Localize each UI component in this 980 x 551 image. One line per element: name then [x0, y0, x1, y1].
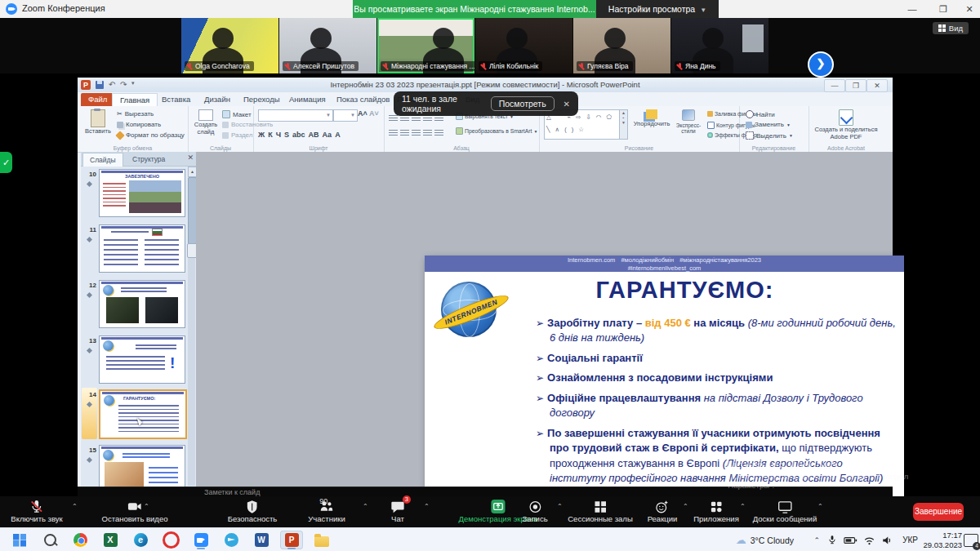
find-button[interactable]: Найти	[746, 110, 775, 118]
notification-center-icon[interactable]: 4	[964, 534, 978, 547]
view-settings-button[interactable]: Настройки просмотра▼	[596, 0, 719, 18]
tray-wifi-icon[interactable]	[863, 528, 875, 551]
ppt-minimize-button[interactable]: —	[824, 79, 845, 92]
chevron-up-icon[interactable]: ⌃	[683, 503, 688, 510]
toolbar-apps-button[interactable]: Приложения	[693, 499, 739, 523]
chevron-up-icon[interactable]: ⌃	[144, 503, 149, 510]
justify-icon[interactable]	[423, 130, 432, 137]
taskbar-chrome-icon[interactable]	[69, 531, 91, 549]
ppt-close-button[interactable]: ✕	[866, 79, 888, 92]
copy-button[interactable]: Копировать	[117, 121, 161, 128]
clock[interactable]: 17:17 29.03.2023	[913, 531, 962, 549]
font-format-icon[interactable]: А	[335, 131, 341, 139]
arrange-button[interactable]: Упорядочить	[632, 109, 671, 128]
taskbar-search-icon[interactable]	[38, 531, 61, 549]
participant-tile[interactable]: Olga Goncharova	[181, 18, 278, 73]
participant-tile[interactable]: Яна Динь	[671, 18, 768, 73]
font-format-icon[interactable]: Ж	[258, 131, 265, 139]
notification-view-button[interactable]: Посмотреть	[491, 96, 555, 111]
chevron-up-icon[interactable]: ⌃	[740, 503, 746, 510]
taskbar-powerpoint-icon[interactable]: P	[280, 531, 303, 549]
toolbar-chat-button[interactable]: 3Чат	[390, 499, 405, 523]
tab-Вставка[interactable]: Вставка	[154, 93, 198, 106]
font-format-icon[interactable]: Ч	[276, 131, 281, 139]
taskbar-zoom-icon[interactable]	[189, 531, 212, 549]
replace-button[interactable]: Заменить▼	[746, 121, 791, 128]
view-layout-button[interactable]: Вид	[933, 22, 969, 34]
taskbar-telegram-icon[interactable]	[220, 531, 243, 549]
slide-thumbnail[interactable]	[99, 280, 185, 328]
notification-close-icon[interactable]: ✕	[564, 100, 570, 109]
font-format-icon[interactable]: S	[284, 131, 289, 139]
align-left-icon[interactable]	[389, 130, 398, 137]
weather-widget[interactable]: ☁ 3°C Cloudy	[736, 528, 794, 551]
taskbar-excel-icon[interactable]: X	[99, 531, 122, 549]
bullets-icon[interactable]	[389, 115, 398, 122]
ppt-restore-button[interactable]: ❐	[845, 79, 866, 92]
taskbar-word-icon[interactable]: W	[250, 531, 273, 549]
section-button[interactable]: Раздел	[222, 131, 252, 139]
minimize-button[interactable]: —	[900, 2, 924, 16]
numbering-icon[interactable]	[400, 115, 409, 122]
slides-scrollbar[interactable]: ▲	[188, 167, 195, 486]
slide-thumbnail[interactable]	[99, 445, 185, 487]
font-format-icon[interactable]: Аа	[323, 131, 332, 139]
chevron-up-icon[interactable]: ⌃	[817, 503, 823, 510]
slide-thumbnail[interactable]	[99, 224, 185, 273]
slide-thumbnail[interactable]: ЗАБЕЗПЕЧЕНО	[99, 169, 185, 217]
taskbar-start-icon[interactable]	[8, 531, 31, 549]
tab-Переходы[interactable]: Переходы	[236, 93, 287, 106]
toolbar-shield-button[interactable]: Безопасность	[228, 499, 278, 523]
taskbar-edge-icon[interactable]: e	[129, 531, 152, 549]
next-videos-button[interactable]: ❯	[808, 51, 834, 78]
quick-styles-button[interactable]: Экспресс-стили	[671, 109, 706, 135]
chevron-up-icon[interactable]: ⌃	[557, 503, 563, 510]
format-painter-button[interactable]: Формат по образцу	[117, 131, 185, 139]
participant-tile[interactable]: Лілія Кобильнік	[475, 18, 572, 73]
increase-indent-icon[interactable]	[423, 115, 432, 122]
tray-mic-icon[interactable]	[826, 528, 838, 551]
font-format-icon[interactable]: АВ	[309, 131, 319, 139]
layout-button[interactable]: Макет	[222, 110, 252, 118]
align-buttons[interactable]	[389, 126, 446, 140]
slide-thumbnail[interactable]: ГАРАНТУЄМО:	[99, 389, 187, 439]
screen-capture-check-icon[interactable]: ✓	[0, 152, 12, 173]
toolbar-whiteboard-button[interactable]: Доски сообщений	[753, 499, 817, 523]
participant-tile[interactable]: Алексей Пришутов	[279, 18, 376, 73]
close-button[interactable]: ✕	[957, 2, 980, 16]
shapes-scrollbar[interactable]: ▲▪▼	[619, 109, 628, 140]
font-size-select[interactable]: ▼	[333, 109, 358, 122]
tab-Показ слайдов[interactable]: Показ слайдов	[329, 93, 397, 106]
participant-tile[interactable]: Міжнародні стажування ...	[377, 18, 474, 73]
tab-outline[interactable]: Структура	[126, 153, 172, 166]
new-slide-button[interactable]: Создать слайд	[191, 109, 220, 136]
line-spacing-icon[interactable]	[434, 115, 443, 122]
end-meeting-button[interactable]: Завершение	[913, 503, 964, 521]
tab-Дизайн[interactable]: Дизайн	[197, 93, 238, 106]
maximize-button[interactable]: ❐	[931, 2, 956, 16]
tab-Файл[interactable]: Файл	[81, 93, 114, 106]
taskbar-folder-icon[interactable]	[310, 531, 333, 549]
font-format-icon[interactable]: abc	[292, 131, 305, 139]
slide-thumbnail[interactable]: !	[99, 335, 185, 384]
align-center-icon[interactable]	[400, 130, 409, 137]
decrease-indent-icon[interactable]	[412, 115, 421, 122]
paste-button[interactable]: Вставить	[84, 109, 112, 136]
font-format-icon[interactable]: К	[268, 131, 273, 139]
panel-close-icon[interactable]: ✕	[187, 153, 194, 162]
toolbar-breakout-button[interactable]: Сессионные залы	[568, 499, 633, 523]
tab-Анимация[interactable]: Анимация	[282, 93, 333, 106]
tray-battery-icon[interactable]	[844, 528, 858, 551]
align-right-icon[interactable]	[412, 130, 421, 137]
columns-icon[interactable]	[434, 130, 443, 137]
tray-speaker-icon[interactable]	[881, 528, 893, 551]
toolbar-record-button[interactable]: Запись	[522, 499, 547, 523]
chevron-up-icon[interactable]: ⌃	[424, 503, 430, 510]
tab-Главная[interactable]: Главная	[112, 93, 158, 107]
select-button[interactable]: Выделить▼	[746, 131, 793, 140]
toolbar-reactions-button[interactable]: Реакции	[648, 499, 678, 523]
tray-expand-icon[interactable]: ⌃	[813, 528, 820, 551]
cut-button[interactable]: ✂Вырезать	[117, 110, 154, 118]
participant-tile[interactable]: Гуляєва Віра	[573, 18, 670, 73]
tab-slides[interactable]: Слайды	[82, 153, 123, 167]
